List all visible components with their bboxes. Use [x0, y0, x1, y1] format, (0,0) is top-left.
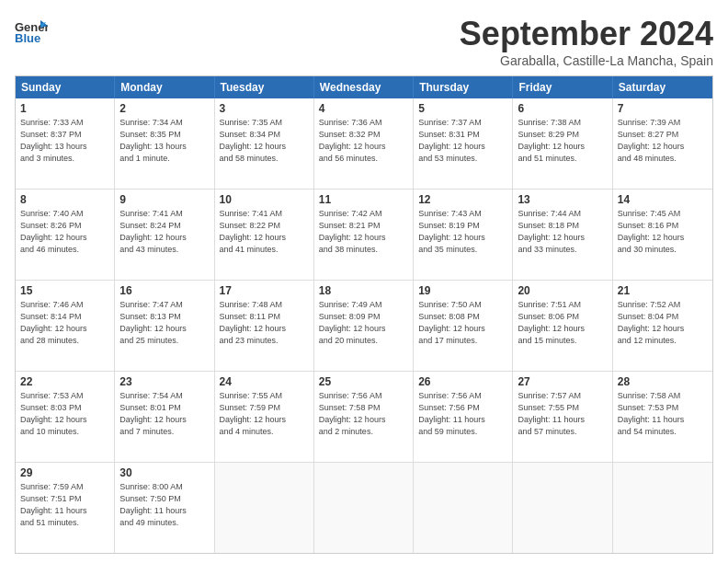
- day-23: 23Sunrise: 7:54 AM Sunset: 8:01 PM Dayli…: [115, 372, 214, 462]
- logo-icon: General Blue: [15, 18, 48, 46]
- day-info: Sunrise: 7:40 AM Sunset: 8:26 PM Dayligh…: [20, 209, 87, 253]
- day-info: Sunrise: 7:44 AM Sunset: 8:18 PM Dayligh…: [518, 209, 585, 253]
- page-header: General Blue September 2024 Garaballa, C…: [15, 15, 713, 68]
- header-tuesday: Tuesday: [215, 76, 314, 98]
- empty-cell-4-6: [613, 463, 712, 553]
- day-info: Sunrise: 7:47 AM Sunset: 8:13 PM Dayligh…: [119, 300, 187, 344]
- day-28: 28Sunrise: 7:58 AM Sunset: 7:53 PM Dayli…: [613, 372, 712, 462]
- week-row-1: 1Sunrise: 7:33 AM Sunset: 8:37 PM Daylig…: [16, 98, 712, 190]
- day-16: 16Sunrise: 7:47 AM Sunset: 8:13 PM Dayli…: [115, 281, 214, 371]
- day-1: 1Sunrise: 7:33 AM Sunset: 8:37 PM Daylig…: [16, 98, 115, 189]
- logo: General Blue: [15, 18, 48, 50]
- day-info: Sunrise: 7:51 AM Sunset: 8:06 PM Dayligh…: [518, 300, 585, 344]
- empty-cell-4-5: [513, 463, 612, 553]
- day-15: 15Sunrise: 7:46 AM Sunset: 8:14 PM Dayli…: [16, 281, 115, 371]
- day-number: 29: [20, 465, 109, 480]
- day-number: 24: [220, 374, 309, 389]
- day-6: 6Sunrise: 7:38 AM Sunset: 8:29 PM Daylig…: [513, 98, 612, 189]
- day-20: 20Sunrise: 7:51 AM Sunset: 8:06 PM Dayli…: [513, 281, 612, 371]
- header-friday: Friday: [513, 76, 612, 98]
- day-number: 3: [220, 101, 309, 116]
- day-number: 14: [618, 192, 708, 207]
- svg-text:Blue: Blue: [15, 31, 40, 45]
- day-info: Sunrise: 7:55 AM Sunset: 7:59 PM Dayligh…: [220, 391, 287, 435]
- day-info: Sunrise: 7:34 AM Sunset: 8:35 PM Dayligh…: [119, 118, 187, 162]
- day-19: 19Sunrise: 7:50 AM Sunset: 8:08 PM Dayli…: [414, 281, 513, 371]
- day-info: Sunrise: 7:50 AM Sunset: 8:08 PM Dayligh…: [418, 300, 485, 344]
- day-number: 20: [518, 283, 607, 298]
- day-number: 18: [319, 283, 408, 298]
- day-info: Sunrise: 7:57 AM Sunset: 7:55 PM Dayligh…: [518, 391, 585, 435]
- day-info: Sunrise: 7:48 AM Sunset: 8:11 PM Dayligh…: [220, 300, 287, 344]
- day-number: 15: [20, 283, 109, 298]
- day-number: 16: [119, 283, 209, 298]
- header-monday: Monday: [115, 76, 214, 98]
- day-info: Sunrise: 7:33 AM Sunset: 8:37 PM Dayligh…: [20, 118, 87, 162]
- day-number: 19: [418, 283, 507, 298]
- day-info: Sunrise: 7:35 AM Sunset: 8:34 PM Dayligh…: [220, 118, 287, 162]
- day-info: Sunrise: 7:38 AM Sunset: 8:29 PM Dayligh…: [518, 118, 585, 162]
- day-number: 9: [119, 192, 209, 207]
- page-subtitle: Garaballa, Castille-La Mancha, Spain: [460, 53, 713, 68]
- day-24: 24Sunrise: 7:55 AM Sunset: 7:59 PM Dayli…: [215, 372, 314, 462]
- day-info: Sunrise: 7:43 AM Sunset: 8:19 PM Dayligh…: [418, 209, 485, 253]
- day-info: Sunrise: 7:45 AM Sunset: 8:16 PM Dayligh…: [618, 209, 685, 253]
- day-number: 23: [119, 374, 209, 389]
- day-info: Sunrise: 7:42 AM Sunset: 8:21 PM Dayligh…: [319, 209, 386, 253]
- day-22: 22Sunrise: 7:53 AM Sunset: 8:03 PM Dayli…: [16, 372, 115, 462]
- day-9: 9Sunrise: 7:41 AM Sunset: 8:24 PM Daylig…: [115, 190, 214, 280]
- day-25: 25Sunrise: 7:56 AM Sunset: 7:58 PM Dayli…: [314, 372, 414, 462]
- day-info: Sunrise: 8:00 AM Sunset: 7:50 PM Dayligh…: [119, 482, 187, 526]
- day-number: 7: [618, 101, 708, 116]
- week-row-2: 8Sunrise: 7:40 AM Sunset: 8:26 PM Daylig…: [16, 190, 712, 281]
- day-info: Sunrise: 7:41 AM Sunset: 8:22 PM Dayligh…: [220, 209, 287, 253]
- day-number: 8: [20, 192, 109, 207]
- day-number: 25: [319, 374, 408, 389]
- day-number: 30: [119, 465, 209, 480]
- day-number: 2: [119, 101, 209, 116]
- week-row-5: 29Sunrise: 7:59 AM Sunset: 7:51 PM Dayli…: [16, 463, 712, 553]
- title-block: September 2024 Garaballa, Castille-La Ma…: [460, 15, 713, 68]
- day-10: 10Sunrise: 7:41 AM Sunset: 8:22 PM Dayli…: [215, 190, 314, 280]
- day-30: 30Sunrise: 8:00 AM Sunset: 7:50 PM Dayli…: [115, 463, 214, 553]
- page-title: September 2024: [460, 15, 713, 53]
- day-11: 11Sunrise: 7:42 AM Sunset: 8:21 PM Dayli…: [314, 190, 414, 280]
- calendar-header: Sunday Monday Tuesday Wednesday Thursday…: [16, 76, 712, 98]
- day-3: 3Sunrise: 7:35 AM Sunset: 8:34 PM Daylig…: [215, 98, 314, 189]
- day-5: 5Sunrise: 7:37 AM Sunset: 8:31 PM Daylig…: [414, 98, 513, 189]
- day-2: 2Sunrise: 7:34 AM Sunset: 8:35 PM Daylig…: [115, 98, 214, 189]
- day-info: Sunrise: 7:52 AM Sunset: 8:04 PM Dayligh…: [618, 300, 685, 344]
- day-number: 21: [618, 283, 708, 298]
- day-4: 4Sunrise: 7:36 AM Sunset: 8:32 PM Daylig…: [314, 98, 414, 189]
- day-17: 17Sunrise: 7:48 AM Sunset: 8:11 PM Dayli…: [215, 281, 314, 371]
- day-number: 17: [220, 283, 309, 298]
- week-row-4: 22Sunrise: 7:53 AM Sunset: 8:03 PM Dayli…: [16, 372, 712, 463]
- week-row-3: 15Sunrise: 7:46 AM Sunset: 8:14 PM Dayli…: [16, 281, 712, 372]
- day-number: 12: [418, 192, 507, 207]
- day-info: Sunrise: 7:58 AM Sunset: 7:53 PM Dayligh…: [618, 391, 685, 435]
- day-number: 4: [319, 101, 408, 116]
- calendar-body: 1Sunrise: 7:33 AM Sunset: 8:37 PM Daylig…: [16, 98, 712, 553]
- header-saturday: Saturday: [613, 76, 712, 98]
- day-info: Sunrise: 7:49 AM Sunset: 8:09 PM Dayligh…: [319, 300, 386, 344]
- day-12: 12Sunrise: 7:43 AM Sunset: 8:19 PM Dayli…: [414, 190, 513, 280]
- empty-cell-4-2: [215, 463, 314, 553]
- day-27: 27Sunrise: 7:57 AM Sunset: 7:55 PM Dayli…: [513, 372, 612, 462]
- day-13: 13Sunrise: 7:44 AM Sunset: 8:18 PM Dayli…: [513, 190, 612, 280]
- day-8: 8Sunrise: 7:40 AM Sunset: 8:26 PM Daylig…: [16, 190, 115, 280]
- header-thursday: Thursday: [414, 76, 513, 98]
- day-info: Sunrise: 7:56 AM Sunset: 7:56 PM Dayligh…: [418, 391, 485, 435]
- empty-cell-4-4: [414, 463, 513, 553]
- day-29: 29Sunrise: 7:59 AM Sunset: 7:51 PM Dayli…: [16, 463, 115, 553]
- empty-cell-4-3: [314, 463, 414, 553]
- day-info: Sunrise: 7:36 AM Sunset: 8:32 PM Dayligh…: [319, 118, 386, 162]
- calendar: Sunday Monday Tuesday Wednesday Thursday…: [15, 75, 713, 554]
- day-number: 27: [518, 374, 607, 389]
- day-7: 7Sunrise: 7:39 AM Sunset: 8:27 PM Daylig…: [613, 98, 712, 189]
- day-number: 10: [220, 192, 309, 207]
- day-info: Sunrise: 7:59 AM Sunset: 7:51 PM Dayligh…: [20, 482, 87, 526]
- day-number: 1: [20, 101, 109, 116]
- day-number: 6: [518, 101, 607, 116]
- day-info: Sunrise: 7:41 AM Sunset: 8:24 PM Dayligh…: [119, 209, 187, 253]
- day-info: Sunrise: 7:53 AM Sunset: 8:03 PM Dayligh…: [20, 391, 87, 435]
